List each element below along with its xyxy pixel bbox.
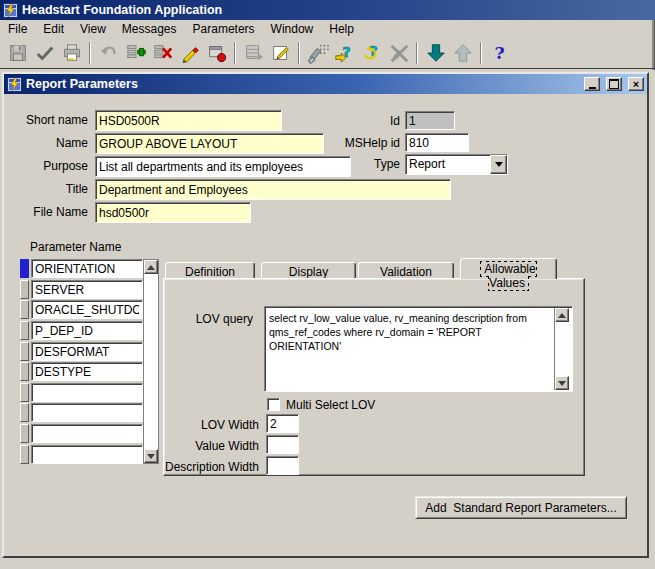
application-window: Headstart Foundation Application File Ed… bbox=[0, 0, 655, 569]
toolbar-separator bbox=[234, 42, 236, 64]
lov-query-input[interactable]: select rv_low_value value, rv_meaning de… bbox=[267, 309, 559, 391]
enter-query-icon[interactable]: ? bbox=[331, 40, 358, 66]
duplicate-record-icon[interactable] bbox=[203, 40, 230, 66]
commit-icon[interactable] bbox=[31, 40, 58, 66]
tab-display[interactable]: Display bbox=[261, 262, 356, 279]
chevron-down-icon bbox=[495, 162, 503, 167]
record-indicator bbox=[20, 424, 29, 443]
arrow-up-icon bbox=[558, 313, 566, 318]
parameter-scrollbar[interactable] bbox=[143, 259, 159, 464]
close-button[interactable]: × bbox=[628, 77, 644, 91]
parameter-name-header: Parameter Name bbox=[30, 240, 121, 254]
parameter-name-input[interactable] bbox=[31, 342, 143, 361]
minimize-icon bbox=[589, 87, 596, 89]
app-titlebar: Headstart Foundation Application bbox=[0, 0, 655, 20]
menu-parameters[interactable]: Parameters bbox=[185, 22, 263, 36]
edit-icon[interactable] bbox=[267, 40, 294, 66]
report-window-icon bbox=[7, 77, 22, 92]
parameter-name-input[interactable] bbox=[31, 362, 143, 381]
toolbar-separator bbox=[416, 42, 418, 64]
report-parameters-titlebar: Report Parameters × bbox=[4, 74, 647, 94]
value-width-input[interactable] bbox=[266, 435, 299, 454]
tab-validation[interactable]: Validation bbox=[358, 262, 454, 279]
scroll-down-button[interactable] bbox=[555, 376, 569, 390]
multi-select-lov-checkbox[interactable] bbox=[267, 398, 280, 411]
minimize-button[interactable] bbox=[584, 77, 600, 91]
mshelp-id-label: MSHelp id bbox=[304, 136, 400, 150]
maximize-icon bbox=[609, 79, 619, 89]
record-indicator bbox=[20, 342, 29, 361]
toolbar: ? ? ? bbox=[0, 38, 655, 69]
report-window-title: Report Parameters bbox=[26, 77, 138, 91]
name-input[interactable] bbox=[95, 133, 324, 154]
arrow-down-icon bbox=[558, 381, 566, 386]
arrow-up-icon bbox=[147, 265, 155, 270]
lov-query-scrollbar[interactable] bbox=[554, 308, 571, 390]
undo-icon bbox=[95, 40, 122, 66]
svg-text:?: ? bbox=[494, 43, 504, 63]
record-indicator bbox=[20, 280, 29, 299]
save-icon bbox=[4, 40, 31, 66]
insert-record-icon[interactable] bbox=[122, 40, 149, 66]
parameter-name-input[interactable] bbox=[31, 321, 143, 340]
find-icon[interactable] bbox=[304, 40, 331, 66]
menu-help[interactable]: Help bbox=[321, 22, 362, 36]
id-input bbox=[405, 111, 455, 130]
parameter-name-input[interactable] bbox=[31, 383, 143, 402]
list-values-icon bbox=[240, 40, 267, 66]
toolbar-separator bbox=[480, 42, 482, 64]
type-dropdown[interactable]: Report bbox=[405, 154, 508, 175]
execute-query-icon[interactable]: ? bbox=[358, 40, 385, 66]
name-label: Name bbox=[4, 136, 88, 150]
menu-messages[interactable]: Messages bbox=[114, 22, 185, 36]
file-name-label: File Name bbox=[4, 205, 88, 219]
lov-query-box: select rv_low_value value, rv_meaning de… bbox=[264, 306, 573, 392]
parameter-name-input[interactable] bbox=[31, 280, 143, 299]
report-parameters-body: Short name Name Purpose Title File Name … bbox=[4, 94, 647, 556]
record-indicator bbox=[20, 259, 29, 278]
tab-allowable-values[interactable]: Allowable Values bbox=[460, 258, 557, 279]
toolbar-separator bbox=[298, 42, 300, 64]
id-label: Id bbox=[304, 114, 400, 128]
menu-window[interactable]: Window bbox=[263, 22, 322, 36]
add-standard-report-parameters-button[interactable]: Add Standard Report Parameters... bbox=[415, 496, 627, 519]
record-indicator bbox=[20, 383, 29, 402]
previous-block-icon bbox=[449, 40, 476, 66]
mshelp-id-input[interactable] bbox=[405, 133, 469, 152]
record-indicator bbox=[20, 300, 29, 319]
scroll-up-button[interactable] bbox=[144, 260, 158, 274]
description-width-input[interactable] bbox=[266, 456, 299, 475]
next-block-icon[interactable] bbox=[422, 40, 449, 66]
scroll-up-button[interactable] bbox=[555, 308, 569, 322]
record-indicator bbox=[20, 321, 29, 340]
parameter-name-input[interactable] bbox=[31, 300, 143, 319]
toolbar-separator bbox=[89, 42, 91, 64]
delete-record-icon[interactable] bbox=[149, 40, 176, 66]
menu-edit[interactable]: Edit bbox=[35, 22, 72, 36]
type-label: Type bbox=[304, 157, 400, 171]
cancel-query-icon bbox=[385, 40, 412, 66]
tab-definition[interactable]: Definition bbox=[165, 262, 255, 279]
lock-record-icon[interactable] bbox=[176, 40, 203, 66]
type-dropdown-arrow[interactable] bbox=[490, 155, 507, 174]
menu-file[interactable]: File bbox=[0, 22, 35, 36]
short-name-label: Short name bbox=[4, 113, 88, 127]
lov-width-label: LOV Width bbox=[124, 418, 259, 432]
menu-bar: File Edit View Messages Parameters Windo… bbox=[0, 20, 655, 38]
lov-width-input[interactable] bbox=[266, 414, 299, 433]
menu-view[interactable]: View bbox=[72, 22, 114, 36]
purpose-label: Purpose bbox=[4, 159, 88, 173]
mdi-area: Report Parameters × Short name Name Purp… bbox=[0, 70, 655, 569]
maximize-button[interactable] bbox=[606, 77, 622, 91]
file-name-input[interactable] bbox=[95, 202, 251, 223]
report-parameters-window: Report Parameters × Short name Name Purp… bbox=[2, 72, 649, 558]
help-icon[interactable]: ? bbox=[486, 40, 513, 66]
title-label: Title bbox=[4, 182, 88, 196]
lov-query-label: LOV query bbox=[154, 312, 253, 326]
short-name-input[interactable] bbox=[95, 110, 282, 131]
title-input[interactable] bbox=[95, 179, 451, 200]
record-indicator bbox=[20, 445, 29, 464]
parameter-name-input[interactable] bbox=[31, 259, 143, 278]
application-icon bbox=[3, 3, 18, 18]
close-icon: × bbox=[633, 79, 639, 90]
